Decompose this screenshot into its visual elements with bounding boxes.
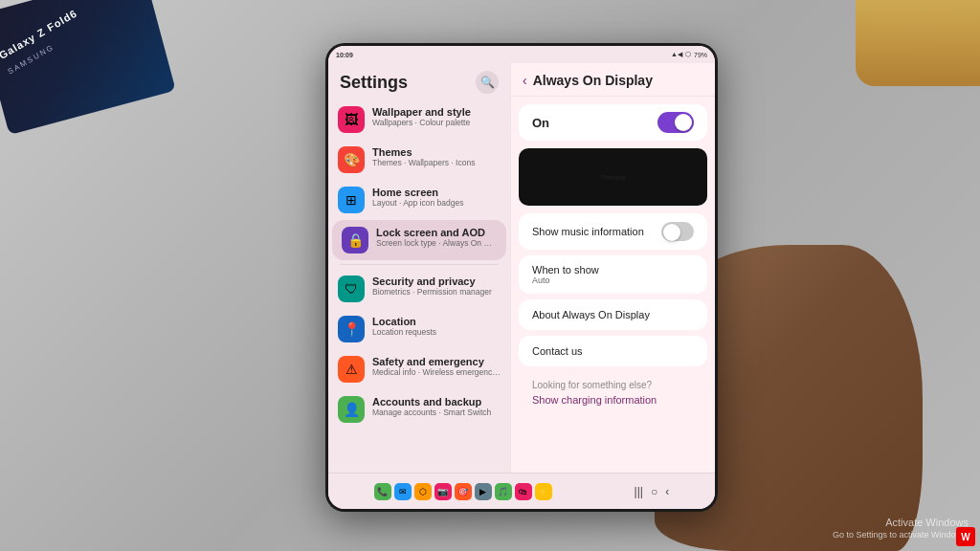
taskbar-icon: W [956,527,975,546]
toggle-knob [675,114,692,131]
bixby-icon[interactable]: ⬡ [414,483,432,500]
location-subtitle: Location requests [372,327,501,337]
back-nav-icon[interactable]: ‹ [665,485,669,498]
app6-icon[interactable]: 🛍 [515,483,532,500]
phone-frame: 10:09 ▲◀ ⬡ 79% Settings 🔍 🖼 [325,43,718,512]
themes-title: Themes [372,146,501,158]
aod-panel: ‹ Always On Display On Preview [510,63,715,473]
aod-on-label: On [532,116,549,130]
sidebar-item-home-screen[interactable]: ⊞ Home screen Layout · App icon badges [328,180,510,220]
back-button[interactable]: ‹ [523,73,527,88]
show-music-label: Show music information [532,226,644,237]
top-right-decoration [856,0,980,86]
sidebar-item-wallpaper[interactable]: 🖼 Wallpaper and style Wallpapers · Colou… [328,99,510,140]
phone-content: Settings 🔍 🖼 Wallpaper and style Wallpap… [328,63,715,473]
music-toggle[interactable] [661,222,694,241]
wallpaper-subtitle: Wallpapers · Colour palette [372,118,501,127]
contact-label: Contact us [532,345,583,357]
wallpaper-title: Wallpaper and style [372,106,501,118]
when-to-show-value: Auto [532,276,694,285]
home-icon[interactable]: ○ [651,485,657,498]
aod-header: ‹ Always On Display [511,63,715,97]
security-title: Security and privacy [372,276,501,287]
security-subtitle: Biometrics · Permission manager [372,287,501,297]
accounts-icon: 👤 [338,396,365,423]
sidebar-item-lock-screen[interactable]: 🔒 Lock screen and AOD Screen lock type ·… [332,220,506,260]
aod-title: Always On Display [533,73,653,88]
search-button[interactable]: 🔍 [476,71,499,94]
wallpaper-icon: 🖼 [338,106,365,133]
activate-title: Activate Windows [833,517,969,528]
sidebar-item-safety[interactable]: ⚠ Safety and emergency Medical info · Wi… [328,349,510,389]
messages-app-icon[interactable]: ✉ [394,483,412,500]
about-aod-label: About Always On Display [532,309,650,320]
activate-subtitle: Go to Settings to activate Windows. [833,530,969,540]
app7-icon[interactable]: ⚡ [535,483,552,500]
camera-icon[interactable]: 📷 [434,483,452,500]
divider-1 [340,264,499,265]
show-music-row[interactable]: Show music information [519,213,707,250]
aod-on-toggle-row[interactable]: On [519,104,707,141]
accounts-title: Accounts and backup [372,396,501,408]
sidebar-item-accounts[interactable]: 👤 Accounts and backup Manage accounts · … [328,389,510,430]
preview-placeholder: Preview [601,174,625,181]
sidebar-item-security[interactable]: 🛡 Security and privacy Biometrics · Perm… [328,269,510,309]
safety-subtitle: Medical info · Wireless emergency alerts [372,367,501,377]
lock-title: Lock screen and AOD [376,227,497,238]
sidebar-item-location[interactable]: 📍 Location Location requests [328,309,510,349]
sidebar-item-themes[interactable]: 🎨 Themes Themes · Wallpapers · Icons [328,140,510,180]
safety-title: Safety and emergency [372,356,501,367]
lock-subtitle: Screen lock type · Always On Display [376,238,497,248]
contact-row[interactable]: Contact us [519,336,707,366]
looking-label: Looking for something else? [532,380,694,390]
aod-on-toggle[interactable] [657,112,694,133]
location-title: Location [372,316,501,327]
wifi-icon: ⬡ [685,51,691,58]
settings-list: 🖼 Wallpaper and style Wallpapers · Colou… [328,99,510,473]
aod-content: On Preview Show music information [511,97,715,473]
phone-screen: 10:09 ▲◀ ⬡ 79% Settings 🔍 🖼 [328,46,715,509]
phone-app-icon[interactable]: 📞 [374,483,391,500]
accounts-subtitle: Manage accounts · Smart Switch [372,408,501,417]
aod-preview: Preview [519,148,707,206]
home-screen-icon: ⊞ [338,187,365,213]
app-dock: 📞 ✉ ⬡ 📷 🎯 ▶ 🎵 🛍 ⚡ [374,483,552,500]
location-icon: 📍 [338,316,365,342]
about-aod-row[interactable]: About Always On Display [519,299,707,330]
themes-icon: 🎨 [338,146,365,173]
charging-link[interactable]: Show charging information [532,394,694,406]
recents-icon[interactable]: ||| [635,485,643,498]
security-icon: 🛡 [338,276,365,302]
home-subtitle: Layout · App icon badges [372,198,501,208]
system-nav: ||| ○ ‹ [635,485,670,498]
nav-bar: 📞 ✉ ⬡ 📷 🎯 ▶ 🎵 🛍 ⚡ ||| ○ ‹ [328,473,715,509]
signal-icon: ▲◀ [671,51,682,58]
settings-title: Settings [340,73,408,93]
activate-windows-watermark: Activate Windows Go to Settings to activ… [833,517,969,540]
app3-icon[interactable]: 🎯 [455,483,472,500]
lock-screen-icon: 🔒 [342,227,368,253]
status-time: 10:09 [336,52,353,58]
status-bar: 10:09 ▲◀ ⬡ 79% [328,46,715,63]
app4-icon[interactable]: ▶ [475,483,492,500]
status-indicators: ▲◀ ⬡ 79% [671,51,707,58]
home-title: Home screen [372,187,501,198]
settings-panel: Settings 🔍 🖼 Wallpaper and style Wallpap… [328,63,510,473]
battery-icon: 79% [694,52,707,58]
when-to-show-label: When to show [532,264,694,276]
app5-icon[interactable]: 🎵 [495,483,512,500]
themes-subtitle: Themes · Wallpapers · Icons [372,158,501,167]
when-to-show-row[interactable]: When to show Auto [519,255,707,294]
safety-icon: ⚠ [338,356,365,383]
settings-header: Settings 🔍 [328,63,510,99]
looking-section: Looking for something else? Show chargin… [519,372,707,409]
music-toggle-knob [663,224,680,241]
